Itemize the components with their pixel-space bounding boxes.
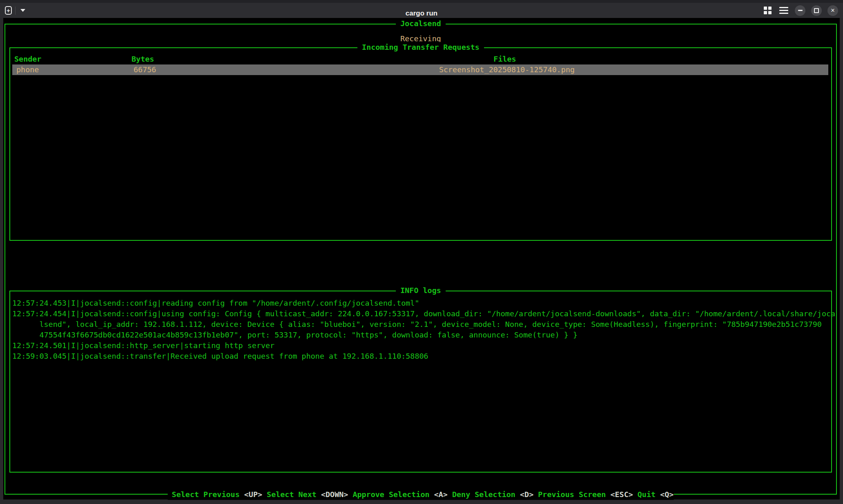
row-files-cell: Screenshot_20250810-125740.png bbox=[264, 64, 750, 75]
tab-list-dropdown-button[interactable] bbox=[19, 8, 27, 13]
table-row[interactable]: phone 66756 Screenshot_20250810-125740.p… bbox=[12, 64, 828, 75]
plus-icon: + bbox=[7, 7, 10, 13]
row-bytes-cell: 66756 bbox=[134, 64, 156, 75]
minimize-icon bbox=[798, 10, 803, 11]
log-line: 12:59:03.045|I|jocalsend::transfer|Recei… bbox=[12, 351, 830, 362]
shortcut-quit: Quit <Q> bbox=[638, 490, 674, 499]
shortcut-select-next: Select Next <DOWN> bbox=[267, 490, 348, 499]
hamburger-menu-icon bbox=[779, 10, 788, 11]
titlebar-left-controls: + bbox=[5, 3, 27, 18]
shortcuts-bar: Select Previous <UP>Select Next <DOWN>Ap… bbox=[168, 489, 674, 500]
incoming-transfers-title: Incoming Transfer Requests bbox=[357, 42, 484, 53]
titlebar-separator bbox=[15, 7, 16, 15]
key-hint-esc: <ESC> bbox=[610, 490, 633, 499]
new-tab-button[interactable]: + bbox=[5, 6, 12, 15]
app-title: Jocalsend bbox=[396, 18, 446, 29]
shortcut-approve-selection: Approve Selection <A> bbox=[352, 490, 448, 499]
shortcut-deny-selection: Deny Selection <D> bbox=[452, 490, 533, 499]
log-line: 47554f43f6675db0cd1622e501ac4b859c13fb1e… bbox=[12, 330, 830, 340]
key-hint-a: <A> bbox=[434, 490, 448, 499]
table-header-row: Sender Bytes Files bbox=[10, 54, 831, 64]
titlebar: + cargo run ✕ bbox=[0, 0, 843, 18]
maximize-icon bbox=[814, 8, 819, 13]
key-hint-up: <UP> bbox=[244, 490, 262, 499]
log-line: 12:57:24.453|I|jocalsend::config|reading… bbox=[12, 298, 830, 309]
close-icon: ✕ bbox=[831, 8, 835, 13]
close-button[interactable]: ✕ bbox=[827, 5, 838, 16]
row-sender-cell: phone bbox=[16, 64, 39, 75]
column-header-files: Files bbox=[262, 54, 748, 64]
key-hint-d: <D> bbox=[520, 490, 533, 499]
grid-icon bbox=[764, 7, 772, 14]
log-line: lsend", local_ip_addr: 192.168.1.112, de… bbox=[12, 319, 830, 330]
column-header-sender: Sender bbox=[14, 54, 41, 64]
incoming-transfers-panel: Incoming Transfer Requests Sender Bytes … bbox=[9, 47, 832, 241]
tab-overview-button[interactable] bbox=[762, 5, 773, 16]
log-lines: 12:57:24.453|I|jocalsend::config|reading… bbox=[12, 298, 830, 362]
column-header-bytes: Bytes bbox=[132, 54, 154, 64]
info-logs-title: INFO logs bbox=[396, 285, 446, 296]
log-line: 12:57:24.454|I|jocalsend::config|using c… bbox=[12, 309, 830, 319]
app-frame: Jocalsend Receiving Incoming Transfer Re… bbox=[4, 24, 837, 495]
main-menu-button[interactable] bbox=[778, 5, 789, 16]
key-hint-q: <Q> bbox=[660, 490, 674, 499]
titlebar-right-controls: ✕ bbox=[762, 5, 838, 16]
chevron-down-icon bbox=[20, 9, 25, 12]
shortcut-select-previous: Select Previous <UP> bbox=[172, 490, 262, 499]
key-hint-down: <DOWN> bbox=[321, 490, 348, 499]
minimize-button[interactable] bbox=[795, 5, 805, 16]
terminal-screen: Jocalsend Receiving Incoming Transfer Re… bbox=[3, 18, 840, 500]
info-logs-panel: INFO logs 12:57:24.453|I|jocalsend::conf… bbox=[9, 291, 832, 473]
log-line: 12:57:24.501|I|jocalsend::http_server|st… bbox=[12, 340, 830, 351]
shortcut-previous-screen: Previous Screen <ESC> bbox=[538, 490, 633, 499]
maximize-button[interactable] bbox=[811, 5, 822, 16]
